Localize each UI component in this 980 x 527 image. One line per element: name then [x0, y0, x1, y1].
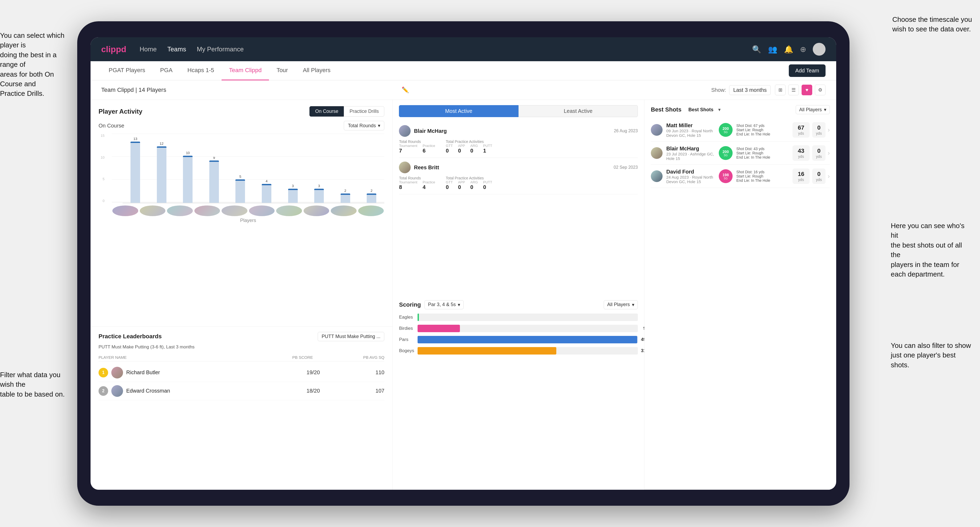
settings-view-button[interactable]: ⚙ — [815, 85, 826, 95]
least-active-tab[interactable]: Least Active — [519, 105, 638, 117]
player-avatar-circle[interactable] — [331, 205, 356, 216]
practice-activities-group: Total Practice Activities GTT 0 APP 0 — [446, 140, 492, 154]
scoring-filter-dropdown[interactable]: Par 3, 4 & 5s ▾ — [425, 300, 464, 309]
users-icon[interactable]: 👥 — [768, 45, 777, 54]
active-player-card[interactable]: Blair McHarg 26 Aug 2023 Total Rounds To… — [399, 121, 638, 158]
nav-my-performance[interactable]: My Performance — [197, 46, 243, 53]
leaderboard-subtitle: PUTT Must Make Putting (3-6 ft), Last 3 … — [99, 344, 384, 350]
edit-icon[interactable]: ✏️ — [402, 86, 409, 94]
shot-card[interactable]: David Ford 24 Aug 2023 · Royal North Dev… — [651, 165, 830, 188]
shot-player-info: Blair McHarg 23 Jul 2023 · Ashridge GC, … — [666, 146, 719, 161]
rounds-group: Total Rounds Tournament 7 Practice 6 — [399, 140, 435, 154]
player-avatar-circle[interactable] — [112, 205, 138, 216]
tab-pgat-players[interactable]: PGAT Players — [101, 61, 153, 80]
shots-dropdown-arrow[interactable]: ▾ — [718, 107, 721, 113]
bar-rect[interactable] — [157, 146, 167, 203]
chart-filter-dropdown[interactable]: Total Rounds ▾ — [344, 121, 384, 130]
player-avatar-circle[interactable] — [304, 205, 329, 216]
scoring-player-dropdown[interactable]: All Players ▾ — [604, 300, 638, 309]
shot-card[interactable]: Matt Miller 09 Jun 2023 · Royal North De… — [651, 119, 830, 141]
all-shots-tab[interactable]: Best Shots — [686, 106, 716, 114]
shot-details: Shot Dist: 16 yds Start Lie: Rough End L… — [736, 170, 789, 183]
time-filter-dropdown[interactable]: Last 3 months — [729, 85, 771, 95]
middle-panel: Most Active Least Active Blair McHarg 26… — [393, 100, 644, 490]
scoring-bar-fill — [418, 336, 637, 343]
col-pb-avg: PB AVG SQ — [313, 355, 384, 360]
player-avatar-circle[interactable] — [140, 205, 165, 216]
scoring-title: Scoring — [399, 301, 421, 308]
leaderboard-row[interactable]: 1 Richard Butler 19/20 110 — [99, 364, 384, 382]
nav-home[interactable]: Home — [140, 46, 157, 53]
chart-sub-header: On Course Total Rounds ▾ — [99, 121, 384, 130]
on-course-tab[interactable]: On Course — [309, 106, 344, 117]
bar-rect[interactable] — [288, 189, 298, 203]
tab-all-players[interactable]: All Players — [295, 61, 338, 80]
bar-rect[interactable] — [262, 184, 271, 203]
shot-cards-container: Matt Miller 09 Jun 2023 · Royal North De… — [651, 119, 830, 188]
player-avatar-circle[interactable] — [221, 205, 247, 216]
chevron-down-icon: ▾ — [378, 123, 380, 129]
tablet-screen: clippd Home Teams My Performance 🔍 👥 🔔 ⊕… — [91, 37, 836, 490]
player-avatar-circle[interactable] — [194, 205, 220, 216]
view-icons: ⊞ ☰ ♥ ⚙ — [775, 85, 826, 95]
leaderboard-row[interactable]: 2 Edward Crossman 18/20 107 — [99, 382, 384, 400]
player-avatar-circle[interactable] — [167, 205, 193, 216]
player-avatar-circle[interactable] — [276, 205, 302, 216]
circle-plus-icon[interactable]: ⊕ — [800, 45, 806, 54]
nav-teams[interactable]: Teams — [167, 46, 186, 53]
scoring-bar-fill — [418, 347, 556, 354]
bar-rect[interactable] — [314, 189, 324, 203]
tab-tour[interactable]: Tour — [269, 61, 295, 80]
active-player-avatar-blair — [399, 125, 410, 137]
rank-badge-silver: 2 — [99, 386, 108, 396]
list-view-button[interactable]: ☰ — [788, 85, 799, 95]
bell-icon[interactable]: 🔔 — [784, 45, 793, 54]
leaderboard-dropdown[interactable]: PUTT Must Make Putting ... — [318, 332, 385, 341]
bar-rect[interactable] — [235, 179, 245, 203]
bar-rect[interactable] — [209, 160, 219, 203]
bar-rect[interactable] — [130, 141, 140, 203]
practice-drills-tab[interactable]: Practice Drills — [344, 106, 384, 117]
bar-rect[interactable] — [367, 194, 376, 203]
search-icon[interactable]: 🔍 — [752, 45, 761, 54]
shot-zero-box: 0 yds — [812, 145, 826, 161]
scoring-header: Scoring Par 3, 4 & 5s ▾ All Players ▾ — [399, 300, 638, 309]
bar-rect[interactable] — [340, 194, 350, 203]
active-player-avatar-rees — [399, 162, 410, 173]
leaderboard-column-headers: PLAYER NAME PB SCORE PB AVG SQ — [99, 354, 384, 362]
grid-view-button[interactable]: ⊞ — [775, 85, 786, 95]
shot-player-info: Matt Miller 09 Jun 2023 · Royal North De… — [666, 122, 719, 138]
user-avatar[interactable] — [813, 43, 826, 56]
player-avatar-circle[interactable] — [358, 205, 384, 216]
practice-sub-row: GTT 0 APP 0 ARG 0 — [446, 144, 492, 154]
player-avatar-circle[interactable] — [249, 205, 275, 216]
shot-player-avatar — [651, 147, 663, 159]
scoring-bar-container: 315 — [418, 347, 638, 354]
active-player-row: Blair McHarg 26 Aug 2023 — [399, 125, 638, 137]
active-player-card[interactable]: Rees Britt 02 Sep 2023 Total Rounds Tour… — [399, 158, 638, 194]
tab-hcaps[interactable]: Hcaps 1-5 — [180, 61, 221, 80]
shot-card[interactable]: Blair McHarg 23 Jul 2023 · Ashridge GC, … — [651, 141, 830, 165]
most-active-tab[interactable]: Most Active — [399, 105, 518, 117]
rounds-sub-row: Tournament 7 Practice 6 — [399, 144, 435, 154]
add-team-button[interactable]: Add Team — [789, 64, 826, 77]
bar-chart-wrapper: 15 10 5 0 13 — [99, 133, 384, 223]
best-shots-title: Best Shots — [651, 106, 681, 113]
players-filter-dropdown[interactable]: All Players ▾ — [796, 105, 830, 114]
tab-team-clippd[interactable]: Team Clippd — [221, 61, 269, 80]
active-player-name-rees: Rees Britt — [414, 165, 614, 171]
left-panel: Player Activity On Course Practice Drill… — [91, 100, 393, 490]
player-activity-header: Player Activity On Course Practice Drill… — [99, 106, 384, 117]
bar-rect[interactable] — [183, 156, 192, 203]
player-avatar-edward — [111, 385, 123, 397]
chevron-down-icon: ▾ — [458, 302, 460, 308]
scoring-bar-fill — [418, 325, 460, 332]
player-activity-title: Player Activity — [99, 108, 142, 115]
chart-sub-title: On Course — [99, 123, 124, 129]
team-name-label: Team Clippd | 14 Players — [101, 86, 402, 94]
col-pb-score: PB SCORE — [242, 355, 313, 360]
heart-view-button[interactable]: ♥ — [802, 85, 812, 95]
tab-pga[interactable]: PGA — [153, 61, 180, 80]
most-active-section: Most Active Least Active Blair McHarg 26… — [393, 100, 644, 295]
player-avatar-row — [112, 205, 384, 216]
